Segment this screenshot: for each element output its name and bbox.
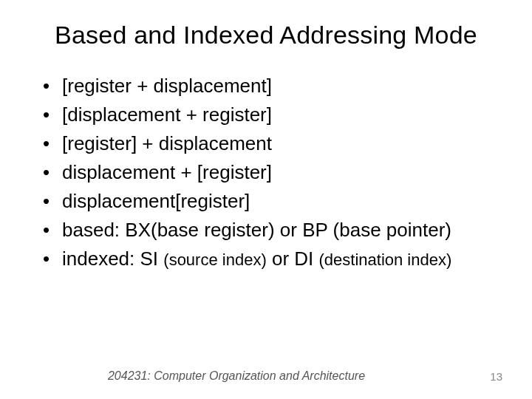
page-title: Based and Indexed Addressing Mode bbox=[30, 21, 502, 50]
list-item: based: BX(base register) or BP (base poi… bbox=[43, 216, 502, 245]
list-item: [displacement + register] bbox=[43, 100, 502, 129]
list-item: [register + displacement] bbox=[43, 72, 502, 100]
list-item: [register] + displacement bbox=[43, 129, 502, 158]
list-item: displacement + [register] bbox=[43, 158, 502, 187]
text-main: or DI bbox=[267, 248, 319, 270]
list-item: indexed: SI (source index) or DI (destin… bbox=[43, 245, 502, 273]
text-main: indexed: SI bbox=[62, 248, 163, 270]
text-small: (destination index) bbox=[319, 250, 452, 269]
footer: 204231: Computer Organization and Archit… bbox=[0, 369, 532, 383]
page-number: 13 bbox=[473, 370, 502, 383]
list-item: displacement[register] bbox=[43, 187, 502, 216]
bullet-list: [register + displacement] [displacement … bbox=[30, 72, 502, 273]
footer-course: 204231: Computer Organization and Archit… bbox=[0, 369, 473, 383]
text-small: (source index) bbox=[163, 250, 266, 269]
slide: Based and Indexed Addressing Mode [regis… bbox=[0, 0, 532, 399]
